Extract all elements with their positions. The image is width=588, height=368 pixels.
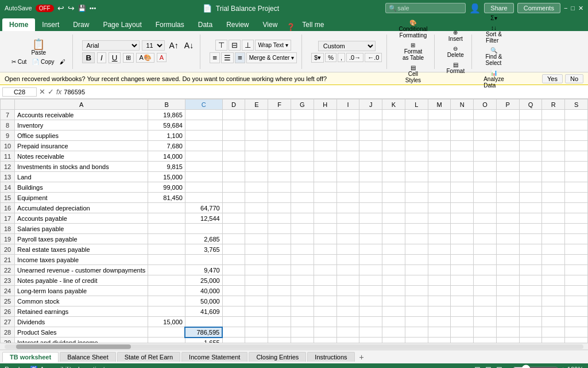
- align-middle-button[interactable]: ⊟: [229, 40, 241, 51]
- row-header-14[interactable]: 14: [1, 182, 15, 193]
- cell-empty[interactable]: [314, 172, 336, 182]
- cell-a18[interactable]: Salaries payable: [15, 224, 148, 234]
- more-icon[interactable]: •••: [90, 5, 96, 12]
- align-top-button[interactable]: ⊤: [215, 40, 227, 51]
- cell-a25[interactable]: Common stock: [15, 296, 148, 306]
- format-button[interactable]: ▤ Format: [444, 60, 467, 75]
- cell-b21[interactable]: [148, 255, 185, 265]
- cell-empty[interactable]: [359, 255, 382, 265]
- cell-empty[interactable]: [314, 162, 336, 172]
- cell-empty[interactable]: [314, 120, 336, 131]
- cell-empty[interactable]: [565, 110, 588, 120]
- cell-empty[interactable]: [291, 120, 314, 131]
- cell-empty[interactable]: [542, 286, 565, 296]
- cell-empty[interactable]: [336, 296, 359, 306]
- format-painter-button[interactable]: 🖌: [57, 58, 68, 66]
- cell-b28[interactable]: [148, 327, 185, 338]
- col-header-a[interactable]: A: [15, 99, 148, 110]
- cell-b13[interactable]: 15,000: [148, 172, 185, 182]
- cell-empty[interactable]: [359, 213, 382, 224]
- cell-a19[interactable]: Payroll taxes payable: [15, 234, 148, 244]
- cell-d13[interactable]: [222, 172, 245, 182]
- cell-empty[interactable]: [542, 265, 565, 275]
- cell-empty[interactable]: [519, 131, 542, 141]
- decrease-decimal-icon[interactable]: ←.0: [365, 53, 382, 62]
- cell-empty[interactable]: [428, 255, 451, 265]
- cell-empty[interactable]: [474, 213, 497, 224]
- cell-empty[interactable]: [268, 131, 291, 141]
- sheet-tab-income[interactable]: Income Statement: [181, 352, 247, 362]
- row-header-9[interactable]: 9: [1, 131, 15, 141]
- cell-c21[interactable]: [185, 255, 222, 265]
- cell-empty[interactable]: [565, 213, 588, 224]
- cell-empty[interactable]: [519, 244, 542, 255]
- cell-empty[interactable]: [382, 317, 405, 327]
- cell-empty[interactable]: [291, 286, 314, 296]
- cell-empty[interactable]: [428, 120, 451, 131]
- cell-empty[interactable]: [542, 110, 565, 120]
- cell-empty[interactable]: [359, 193, 382, 203]
- copy-button[interactable]: 📄 Copy: [30, 58, 56, 66]
- cell-empty[interactable]: [542, 275, 565, 286]
- cell-empty[interactable]: [405, 193, 428, 203]
- cell-empty[interactable]: [359, 244, 382, 255]
- cell-empty[interactable]: [428, 327, 451, 338]
- cell-empty[interactable]: [519, 120, 542, 131]
- cell-empty[interactable]: [519, 224, 542, 234]
- row-header-16[interactable]: 16: [1, 203, 15, 213]
- cell-empty[interactable]: [496, 162, 519, 172]
- page-layout-view-icon[interactable]: ⊟: [485, 365, 492, 369]
- cell-b26[interactable]: [148, 306, 185, 317]
- cell-empty[interactable]: [382, 275, 405, 286]
- cell-empty[interactable]: [451, 224, 474, 234]
- cell-a26[interactable]: Retained earnings: [15, 306, 148, 317]
- cell-empty[interactable]: [382, 224, 405, 234]
- cell-empty[interactable]: [519, 193, 542, 203]
- cell-empty[interactable]: [542, 120, 565, 131]
- cell-empty[interactable]: [382, 131, 405, 141]
- sort-filter-button[interactable]: ↕↓ Sort &Filter: [483, 24, 504, 45]
- cell-empty[interactable]: [336, 162, 359, 172]
- cell-empty[interactable]: [405, 338, 428, 343]
- cell-empty[interactable]: [291, 110, 314, 120]
- cell-empty[interactable]: [428, 110, 451, 120]
- cell-empty[interactable]: [428, 306, 451, 317]
- cell-b16[interactable]: [148, 203, 185, 213]
- cell-d24[interactable]: [222, 286, 245, 296]
- cell-d18[interactable]: [222, 224, 245, 234]
- cell-empty[interactable]: [451, 110, 474, 120]
- cell-empty[interactable]: [405, 224, 428, 234]
- cell-empty[interactable]: [565, 120, 588, 131]
- align-bottom-button[interactable]: ⊥: [242, 40, 254, 51]
- row-header-23[interactable]: 23: [1, 275, 15, 286]
- col-header-l[interactable]: L: [405, 99, 428, 110]
- cell-empty[interactable]: [474, 162, 497, 172]
- cell-empty[interactable]: [451, 131, 474, 141]
- cell-empty[interactable]: [428, 317, 451, 327]
- cell-empty[interactable]: [268, 182, 291, 193]
- cell-empty[interactable]: [428, 141, 451, 151]
- cell-c17[interactable]: 12,544: [185, 213, 222, 224]
- cell-empty[interactable]: [268, 162, 291, 172]
- cell-empty[interactable]: [268, 234, 291, 244]
- cell-empty[interactable]: [451, 306, 474, 317]
- cell-c15[interactable]: [185, 193, 222, 203]
- cell-empty[interactable]: [519, 327, 542, 338]
- cell-empty[interactable]: [314, 203, 336, 213]
- cell-empty[interactable]: [565, 224, 588, 234]
- minimize-icon[interactable]: −: [564, 5, 567, 12]
- cell-empty[interactable]: [382, 306, 405, 317]
- cell-empty[interactable]: [336, 172, 359, 182]
- cell-empty[interactable]: [268, 317, 291, 327]
- cell-empty[interactable]: [359, 131, 382, 141]
- cell-empty[interactable]: [428, 224, 451, 234]
- formula-input[interactable]: 786595: [64, 89, 586, 95]
- cell-empty[interactable]: [268, 244, 291, 255]
- cell-empty[interactable]: [428, 265, 451, 275]
- cell-empty[interactable]: [382, 296, 405, 306]
- cell-empty[interactable]: [245, 182, 268, 193]
- cell-empty[interactable]: [359, 224, 382, 234]
- cell-empty[interactable]: [542, 203, 565, 213]
- cell-empty[interactable]: [405, 255, 428, 265]
- cell-b24[interactable]: [148, 286, 185, 296]
